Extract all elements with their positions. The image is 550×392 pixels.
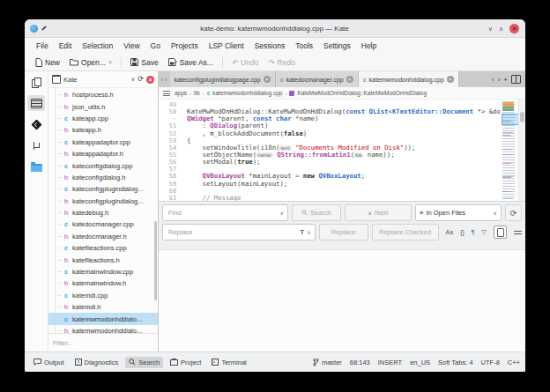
file-item[interactable]: hjson_utils.h xyxy=(48,100,158,112)
find-input[interactable] xyxy=(167,208,278,218)
projects-folder-icon[interactable] xyxy=(27,159,45,174)
search-button[interactable]: Search xyxy=(292,204,341,221)
breadcrumb-item[interactable]: KateMwModOnHdDialog::KateMwModOnHdDialog xyxy=(297,90,427,96)
breadcrumb-item[interactable]: katemwmodonhddialog.cpp xyxy=(212,90,282,96)
chevron-down-icon[interactable]: ∨ xyxy=(280,210,284,216)
menu-selection[interactable]: Selection xyxy=(78,40,117,52)
documents-icon[interactable] xyxy=(27,74,45,90)
tab-katemwmodonhddialog[interactable]: c katemwmodonhddialog.cpp × xyxy=(359,71,459,87)
file-item[interactable]: ckatedocmanager.cpp xyxy=(48,218,158,230)
replace-checked-button[interactable]: Replace Checked xyxy=(372,224,439,240)
search-scope-combo[interactable]: ≡ In Open Files ∨ xyxy=(415,204,502,221)
filter-icon[interactable]: ▽ xyxy=(482,229,487,235)
file-item[interactable]: ckatemainwindow.cpp xyxy=(48,266,158,277)
match-case-icon[interactable]: Aa xyxy=(446,229,454,235)
replace-input[interactable] xyxy=(167,227,298,237)
file-item[interactable]: hkatemwmodonhddialo... xyxy=(48,325,158,333)
match-type-icon[interactable]: T xyxy=(301,228,305,236)
breadcrumb-item[interactable]: apps xyxy=(175,90,187,96)
save-button[interactable]: Save xyxy=(127,57,161,68)
menu-lsp-client[interactable]: LSP Client xyxy=(204,40,249,52)
code-line[interactable]: 56 setModal(true); xyxy=(159,159,501,166)
statusbar-input-mode[interactable]: INSERT xyxy=(378,359,402,366)
replace-button[interactable]: Replace xyxy=(319,224,368,240)
tab-close-icon[interactable]: × xyxy=(346,76,353,83)
breadcrumb-menu-icon[interactable] xyxy=(163,91,170,96)
chevron-down-icon[interactable]: ∨ xyxy=(131,76,136,83)
menu-file[interactable]: File xyxy=(32,40,53,52)
braces-icon[interactable]: {} xyxy=(460,229,465,235)
tab-close-icon[interactable]: × xyxy=(447,76,454,83)
document-icon[interactable] xyxy=(494,226,507,239)
tab-scroll-left-icon[interactable]: ‹ xyxy=(492,76,494,84)
menu-go[interactable]: Go xyxy=(146,40,165,52)
file-item[interactable]: ckatemdi.cpp xyxy=(48,290,158,301)
filter-input[interactable] xyxy=(51,338,155,348)
statusbar-syntax-mode[interactable]: C++ xyxy=(508,359,520,366)
symbols-branch-icon[interactable] xyxy=(27,137,45,153)
tab-kateconfigplugindialogpage[interactable]: kateconfigplugindialogpage.cpp × xyxy=(170,71,276,87)
file-item[interactable]: ckatefileactions.cpp xyxy=(48,242,158,254)
code-line[interactable]: 52 , m_blockAddDocument(false) xyxy=(159,130,501,137)
menu-settings[interactable]: Settings xyxy=(319,40,355,52)
file-item[interactable]: ckateconfigplugindialog... xyxy=(48,183,158,195)
menu-view[interactable]: View xyxy=(119,40,144,52)
sidebar-scrollbar[interactable] xyxy=(154,221,157,300)
statusbar-cursor-position[interactable]: 68:143 xyxy=(350,359,370,366)
tree-list-icon[interactable] xyxy=(27,95,45,111)
chevron-down-icon[interactable]: ∨ xyxy=(307,229,310,235)
editor-scrollbar[interactable] xyxy=(518,100,525,201)
new-button[interactable]: New xyxy=(32,57,63,68)
statusbar-project[interactable]: Project xyxy=(167,357,204,368)
statusbar-output[interactable]: Output xyxy=(30,357,68,368)
minimap-viewport[interactable] xyxy=(502,114,519,125)
pin-icon[interactable] xyxy=(41,26,48,32)
file-item[interactable]: hkatefileactions.h xyxy=(48,254,158,265)
kde-diamond-icon[interactable] xyxy=(27,116,45,132)
tab-close-icon[interactable]: × xyxy=(264,76,271,83)
statusbar-diagnostics[interactable]: Diagnostics xyxy=(71,357,123,368)
history-back-icon[interactable]: ‹ xyxy=(161,77,163,83)
redo-button[interactable]: ↷Redo xyxy=(264,57,298,68)
history-forward-icon[interactable]: › xyxy=(165,77,167,83)
tune-icon[interactable] xyxy=(514,229,522,236)
menu-projects[interactable]: Projects xyxy=(167,40,203,52)
statusbar-tab-mode[interactable]: Soft Tabs: 4 xyxy=(438,359,472,366)
menu-tools[interactable]: Tools xyxy=(291,40,317,52)
file-item[interactable]: hkateappadaptor.h xyxy=(48,148,158,159)
sync-button[interactable]: ⟳ xyxy=(505,204,522,221)
next-button[interactable]: ∨ Next xyxy=(345,204,412,221)
code-line[interactable]: 59 setLayout(mainLayout); xyxy=(159,181,501,188)
save-as-button[interactable]: Save As... xyxy=(165,57,217,68)
file-item[interactable]: hkateconfigdialog.h xyxy=(48,172,158,183)
sidebar-close-icon[interactable]: × xyxy=(146,76,154,84)
statusbar-encoding[interactable]: UTF-8 xyxy=(481,359,500,366)
file-item[interactable]: ckateappadaptor.cpp xyxy=(48,137,158,148)
tab-katedocmanager[interactable]: c katedocmanager.cpp × xyxy=(276,71,359,87)
file-item[interactable]: ckatemwmodonhddialo... xyxy=(48,313,158,324)
file-item[interactable]: hkateconfigplugindialog... xyxy=(48,196,158,207)
file-item[interactable]: hkateapp.h xyxy=(48,124,158,136)
menu-help[interactable]: Help xyxy=(357,40,381,52)
file-item[interactable]: ckateconfigdialog.cpp xyxy=(48,159,158,171)
scrollbar-thumb[interactable] xyxy=(520,112,524,123)
code-line[interactable]: 61 // Message xyxy=(159,195,501,201)
minimap[interactable] xyxy=(502,101,518,199)
search-results-area[interactable] xyxy=(159,249,525,351)
file-item[interactable]: hkatemdi.h xyxy=(48,301,158,313)
code-editor[interactable]: 4950KateMwModOnHdDialog::KateMwModOnHdDi… xyxy=(159,100,525,201)
minimize-button[interactable]: ∨ xyxy=(488,26,493,32)
statusbar-dictionary[interactable]: en_US xyxy=(410,359,430,366)
open-button[interactable]: Open...∨ xyxy=(66,57,115,68)
refresh-icon[interactable]: ⟳ xyxy=(138,76,144,83)
file-item[interactable]: ckateapp.cpp xyxy=(48,113,158,124)
menu-edit[interactable]: Edit xyxy=(55,40,77,52)
undo-button[interactable]: ↶Undo xyxy=(228,57,262,68)
split-view-icon[interactable] xyxy=(511,75,521,84)
file-item[interactable]: hkatedocmanager.h xyxy=(48,231,158,242)
breadcrumb-item[interactable]: lib xyxy=(194,90,200,96)
pilcrow-icon[interactable]: ¶ xyxy=(472,229,475,235)
close-button[interactable]: × xyxy=(509,24,519,33)
titlebar[interactable]: kate-demo: katemwmodonhddialog.cpp — Kat… xyxy=(25,19,525,38)
maximize-button[interactable]: ∧ xyxy=(499,26,503,32)
